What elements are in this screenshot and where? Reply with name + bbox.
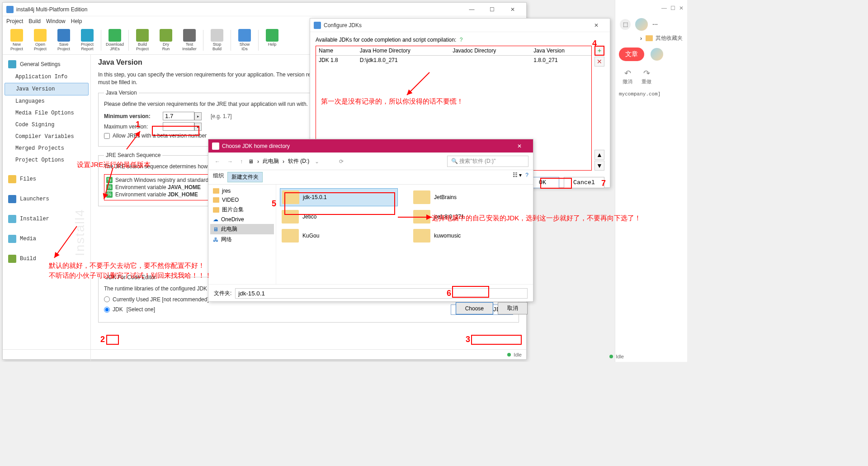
dlg-titlebar: Configure JDKs ✕ <box>310 19 610 32</box>
sidebar-item-code-signing[interactable]: Code Signing <box>5 119 89 131</box>
choose-button[interactable]: Choose <box>456 302 493 314</box>
file-item[interactable]: jre1.8.0_271 <box>411 208 529 225</box>
crumb-dropdown[interactable]: ⌄ <box>313 157 321 166</box>
cancel-button[interactable]: 取消 <box>498 302 528 314</box>
beta-checkbox[interactable] <box>104 133 110 139</box>
sidebar-item-languages[interactable]: Languages <box>5 95 89 107</box>
sidebar-item-merged-projects[interactable]: Merged Projects <box>5 143 89 154</box>
sidebar-item-compiler-variables[interactable]: Compiler Variables <box>5 131 89 143</box>
status-dot-icon <box>507 353 511 357</box>
toolbar-download-jres[interactable]: DownloadJREs <box>104 28 126 52</box>
chevron-right-icon[interactable]: › <box>640 35 642 42</box>
file-item[interactable]: KuGou <box>280 227 398 244</box>
toolbar-test-installer[interactable]: TestInstaller <box>178 28 201 52</box>
jdk-row[interactable]: JDK 1.8 D:\jdk1.8.0_271 1.8.0_271 <box>316 56 591 65</box>
remove-jdk-button[interactable]: ✕ <box>594 57 604 67</box>
minimize-icon[interactable]: — <box>661 5 667 11</box>
extension-icon[interactable]: ⬚ <box>620 19 631 30</box>
menu-build[interactable]: Build <box>28 18 41 24</box>
sidebar-section-launchers[interactable]: Launchers <box>5 192 89 206</box>
move-down-button[interactable]: ▼ <box>594 161 604 171</box>
jdk-table[interactable]: Name Java Home Directory Javadoc Directo… <box>316 46 591 65</box>
menu-window[interactable]: Window <box>46 18 66 24</box>
maximize-icon[interactable]: ☐ <box>670 5 675 11</box>
move-up-button[interactable]: ▲ <box>594 150 604 160</box>
tree-item[interactable]: ☁OneDrive <box>210 215 274 224</box>
file-list[interactable]: jdk-15.0.1JetBrainsJeticojre1.8.0_271KuG… <box>276 185 533 284</box>
max-version-stepper[interactable]: ▸ <box>194 123 202 131</box>
min-version-input[interactable] <box>163 112 194 120</box>
toolbar-stop-build[interactable]: StopBuild <box>206 28 228 52</box>
status-idle-2: Idle <box>609 354 624 359</box>
fc-close-button[interactable]: ✕ <box>509 140 529 152</box>
add-jdk-button[interactable]: ＋ <box>594 46 604 56</box>
redo-button[interactable]: ↷重做 <box>642 68 651 85</box>
toolbar-show-ids[interactable]: ShowIDs <box>233 28 256 52</box>
article-pill[interactable]: 文章 <box>619 48 644 61</box>
toolbar-new-project[interactable]: NewProject <box>5 28 28 52</box>
radio-current-jre[interactable] <box>104 296 110 302</box>
maximize-button[interactable]: ☐ <box>482 3 502 16</box>
back-button[interactable]: ← <box>213 157 222 166</box>
view-button[interactable]: ☷ ▾ <box>513 172 522 182</box>
crumb-pc[interactable]: 此电脑 <box>263 157 279 165</box>
legend: JDK For Code Editor <box>104 274 158 281</box>
jdk-select-value[interactable]: [Select one] <box>127 306 155 313</box>
refresh-button[interactable]: ⟳ <box>337 157 345 166</box>
app-icon <box>212 143 219 150</box>
filename-input[interactable] <box>235 288 528 299</box>
menu-help[interactable]: Help <box>71 18 82 24</box>
fc-nav: ← → ↑ 🖥 › 此电脑 › 软件 (D:) ⌄ ⟳ 🔍 搜索"软件 (D:)… <box>208 153 533 170</box>
forward-button[interactable]: → <box>226 157 235 166</box>
help-button[interactable]: ? <box>525 172 528 182</box>
avatar[interactable] <box>635 18 648 31</box>
max-version-input[interactable] <box>163 122 194 131</box>
organize-menu[interactable]: 组织 <box>213 172 224 182</box>
toolbar-project-report[interactable]: ProjectReport <box>76 28 99 52</box>
sidebar-item-java-version[interactable]: Java Version <box>5 83 89 95</box>
up-button[interactable]: ↑ <box>238 157 245 166</box>
search-input[interactable]: 🔍 搜索"软件 (D:)" <box>447 156 528 167</box>
toolbar-help[interactable]: Help <box>261 28 283 52</box>
legend: JRE Search Sequence <box>104 152 162 158</box>
toolbar-save-project[interactable]: SaveProject <box>52 28 75 52</box>
new-folder-button[interactable]: 新建文件夹 <box>227 172 263 182</box>
toolbar-open-project[interactable]: OpenProject <box>29 28 52 52</box>
col-version: Java Version <box>531 46 591 56</box>
tree-item[interactable]: jres <box>210 186 274 195</box>
sidebar-item-media-file-options[interactable]: Media File Options <box>5 107 89 119</box>
tree-item[interactable]: 图片合集 <box>210 204 274 215</box>
sidebar-item-project-options[interactable]: Project Options <box>5 154 89 166</box>
sidebar-general-settings[interactable]: General Settings <box>5 57 89 71</box>
file-item[interactable]: kuwomusic <box>411 227 529 244</box>
close-button[interactable]: ✕ <box>502 3 523 16</box>
toolbar-dry-run[interactable]: DryRun <box>155 28 177 52</box>
sidebar-section-files[interactable]: Files <box>5 172 89 186</box>
sidebar-item-application-info[interactable]: Application Info <box>5 71 89 83</box>
tree-item[interactable]: VIDEO <box>210 195 274 204</box>
close-icon[interactable]: ✕ <box>679 5 684 11</box>
help-icon[interactable]: ? <box>460 37 463 43</box>
crumb-drive[interactable]: 软件 (D:) <box>288 157 309 165</box>
radio-jdk[interactable] <box>104 307 110 313</box>
file-item[interactable]: Jetico <box>280 208 398 225</box>
minimize-button[interactable]: — <box>462 3 482 16</box>
undo-button[interactable]: ↶撤消 <box>623 68 632 85</box>
code-snippet: mycompany.com] <box>615 89 687 100</box>
cancel-button[interactable]: Cancel <box>564 177 604 188</box>
min-version-stepper[interactable]: ▸ <box>194 112 202 120</box>
file-item[interactable]: JetBrains <box>411 188 529 206</box>
favorites-folder[interactable]: 其他收藏夹 <box>646 34 683 42</box>
dlg-close-button[interactable]: ✕ <box>586 19 606 32</box>
col-name: Name <box>316 46 357 56</box>
status-idle: Idle <box>514 352 522 357</box>
file-item[interactable]: jdk-15.0.1 <box>280 188 398 206</box>
more-icon[interactable]: ⋯ <box>652 21 658 28</box>
radio-jdk-label: JDK <box>113 306 123 313</box>
folder-tree[interactable]: jresVIDEO图片合集☁OneDrive🖥此电脑🖧网络 <box>208 185 276 284</box>
avatar[interactable] <box>651 48 663 61</box>
toolbar-build-project[interactable]: BuildProject <box>131 28 154 52</box>
tree-item[interactable]: 🖥此电脑 <box>210 224 274 234</box>
menu-project[interactable]: Project <box>6 18 23 24</box>
tree-item[interactable]: 🖧网络 <box>210 234 274 245</box>
